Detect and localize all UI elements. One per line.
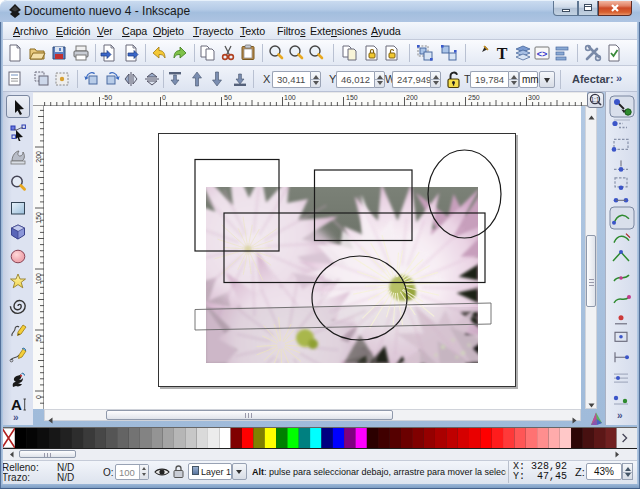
svg-text:250: 250 <box>468 94 480 101</box>
svg-text:»: » <box>617 410 623 421</box>
svg-text:300: 300 <box>528 94 540 101</box>
svg-text:200: 200 <box>406 94 418 101</box>
svg-text:100: 100 <box>284 94 296 101</box>
svg-text:50: 50 <box>35 334 42 342</box>
svg-text:1:1: 1:1 <box>590 96 599 103</box>
svg-text:T: T <box>497 45 508 62</box>
svg-text:-50: -50 <box>102 94 112 101</box>
svg-text:A: A <box>11 396 22 413</box>
svg-text:0: 0 <box>162 94 166 101</box>
svg-text:<>: <> <box>537 49 548 59</box>
svg-text:150: 150 <box>346 94 358 101</box>
svg-text:50: 50 <box>224 94 232 101</box>
